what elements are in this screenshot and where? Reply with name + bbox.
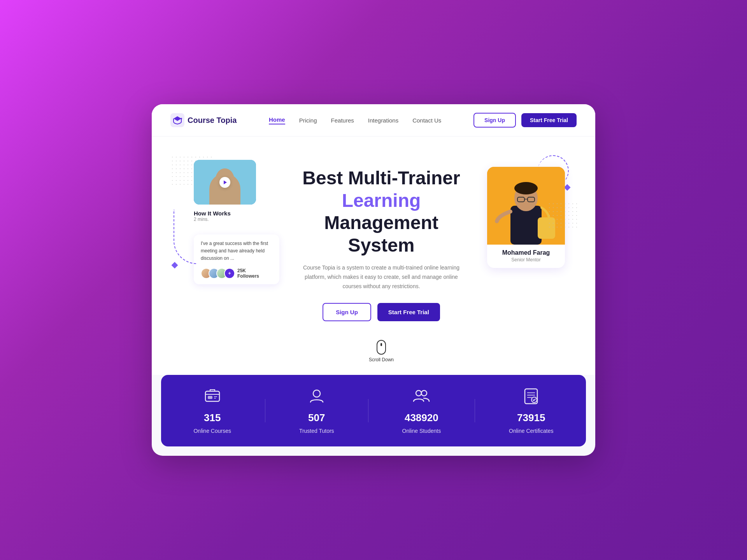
dot-grid-right	[547, 202, 579, 229]
courses-number: 315	[204, 412, 221, 424]
nav-pricing[interactable]: Pricing	[299, 117, 317, 124]
avatar-plus: +	[224, 268, 235, 279]
certificates-number: 73915	[517, 412, 545, 424]
testimonial-card: I've a great success with the first meet…	[194, 234, 279, 284]
courses-icon	[204, 387, 221, 408]
stat-certificates: 73915 Online Certificates	[509, 387, 553, 434]
certificates-icon	[523, 387, 540, 408]
svg-rect-8	[510, 206, 542, 245]
svg-point-21	[421, 390, 427, 396]
logo-icon	[170, 113, 184, 127]
hero-title-part2: Management System	[324, 212, 438, 256]
play-button[interactable]	[219, 177, 230, 188]
svg-point-20	[416, 390, 421, 396]
hero-center: Best Multi-Trainer Learning Management S…	[287, 155, 475, 362]
svg-point-10	[514, 182, 538, 194]
scroll-label: Scroll Down	[369, 357, 394, 362]
certificates-label: Online Certificates	[509, 428, 553, 434]
hero-trial-button[interactable]: Start Free Trial	[377, 303, 440, 321]
svg-rect-6	[214, 189, 236, 205]
svg-point-19	[313, 390, 320, 397]
tutors-label: Trusted Tutors	[299, 428, 334, 434]
mentor-name: Mohamed Farag	[487, 245, 565, 257]
svg-point-1	[181, 118, 182, 119]
mentor-role: Senior Mentor	[487, 257, 565, 268]
tutors-icon	[308, 387, 325, 408]
courses-label: Online Courses	[193, 428, 231, 434]
students-label: Online Students	[402, 428, 441, 434]
divider-2	[368, 399, 368, 422]
svg-rect-16	[208, 396, 212, 399]
stat-students: 438920 Online Students	[402, 387, 441, 434]
hero-signup-button[interactable]: Sign Up	[323, 303, 371, 321]
nav-links: Home Pricing Features Integrations Conta…	[237, 116, 473, 124]
hero-actions: Sign Up Start Free Trial	[323, 303, 440, 321]
hero-section: How It Works 2 mins. I've a great succes…	[152, 136, 595, 375]
scroll-icon	[377, 340, 386, 355]
avatar-group: +	[201, 268, 235, 279]
nav-contact[interactable]: Contact Us	[412, 117, 441, 124]
diamond-left	[172, 262, 178, 269]
start-free-trial-nav-button[interactable]: Start Free Trial	[521, 113, 577, 127]
followers-count: 25K Followers	[237, 268, 259, 279]
stats-bar: 315 Online Courses 507 Trusted Tutors	[161, 375, 586, 446]
nav-features[interactable]: Features	[331, 117, 354, 124]
diamond-right	[564, 184, 571, 191]
followers-row: + 25K Followers	[201, 268, 272, 279]
nav-home[interactable]: Home	[269, 116, 285, 124]
hero-title-accent: Learning	[342, 190, 421, 211]
students-number: 438920	[405, 412, 438, 424]
hero-right: Mohamed Farag Senior Mentor	[475, 155, 577, 268]
hero-left: How It Works 2 mins. I've a great succes…	[170, 155, 287, 284]
main-card: Course Topia Home Pricing Features Integ…	[152, 104, 595, 456]
hero-title: Best Multi-Trainer Learning Management S…	[300, 167, 463, 256]
tutors-number: 507	[308, 412, 325, 424]
logo-text: Course Topia	[188, 116, 237, 125]
signup-button[interactable]: Sign Up	[473, 113, 516, 128]
scroll-down[interactable]: Scroll Down	[369, 340, 394, 362]
dashed-arc-left	[174, 210, 197, 264]
navbar: Course Topia Home Pricing Features Integ…	[152, 104, 595, 136]
how-it-works-duration: 2 mins.	[194, 217, 287, 222]
divider-1	[265, 399, 265, 422]
stat-courses: 315 Online Courses	[193, 387, 231, 434]
video-thumbnail[interactable]	[194, 160, 256, 205]
nav-actions: Sign Up Start Free Trial	[473, 113, 577, 128]
how-it-works-title: How It Works	[194, 210, 287, 217]
testimonial-text: I've a great success with the first meet…	[201, 240, 272, 262]
hero-description: Course Topia is a system to create a mul…	[300, 263, 463, 291]
logo[interactable]: Course Topia	[170, 113, 237, 127]
hero-title-part1: Best Multi-Trainer	[302, 168, 460, 188]
stat-tutors: 507 Trusted Tutors	[299, 387, 334, 434]
nav-integrations[interactable]: Integrations	[368, 117, 398, 124]
students-icon	[413, 387, 430, 408]
divider-3	[475, 399, 475, 422]
svg-rect-15	[205, 391, 219, 401]
